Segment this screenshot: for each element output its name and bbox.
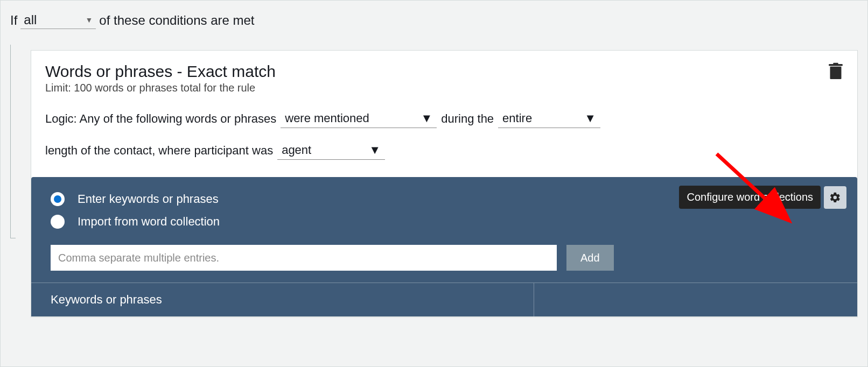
chevron-down-icon: ▼ [369,143,381,157]
keywords-table-header: Keywords or phrases [31,283,857,316]
logic-prefix: Logic: Any of the following words or phr… [45,112,276,126]
scope-select[interactable]: entire ▼ [498,109,600,128]
keywords-header-cell-empty [534,283,857,316]
tree-connector [10,45,16,238]
keywords-panel: Configure word collections Enter keyword… [31,177,857,283]
mentioned-select[interactable]: were mentioned ▼ [281,109,437,128]
chevron-down-icon: ▼ [85,16,93,24]
quantifier-select[interactable]: all ▼ [20,11,96,29]
keywords-input[interactable] [51,245,557,271]
card-title: Words or phrases - Exact match [45,62,276,81]
radio-icon [51,192,65,206]
import-collection-radio[interactable]: Import from word collection [51,215,841,229]
radio-icon [51,215,65,229]
import-collection-label: Import from word collection [78,215,220,229]
delete-button[interactable] [828,62,843,83]
svg-rect-2 [833,63,838,65]
mentioned-select-value: were mentioned [285,111,369,125]
logic-second-line: length of the contact, where participant… [45,144,273,158]
svg-rect-0 [830,67,842,79]
conditions-suffix: of these conditions are met [99,13,254,28]
if-label: If [10,13,17,28]
configure-collections-tooltip: Configure word collections [679,186,821,209]
scope-select-value: entire [502,111,532,125]
quantifier-value: all [24,12,82,27]
participant-select[interactable]: agent ▼ [277,141,385,160]
chevron-down-icon: ▼ [421,111,432,125]
chevron-down-icon: ▼ [584,111,596,125]
add-button[interactable]: Add [566,245,614,271]
logic-middle: during the [441,112,494,126]
keywords-header-cell: Keywords or phrases [31,283,534,316]
participant-select-value: agent [282,143,311,157]
enter-keywords-label: Enter keywords or phrases [78,192,219,206]
gear-icon [829,192,841,203]
trash-icon [828,62,843,81]
card-subtitle: Limit: 100 words or phrases total for th… [45,82,276,94]
configure-collections-button[interactable] [824,186,846,209]
condition-card: Words or phrases - Exact match Limit: 10… [31,50,858,317]
